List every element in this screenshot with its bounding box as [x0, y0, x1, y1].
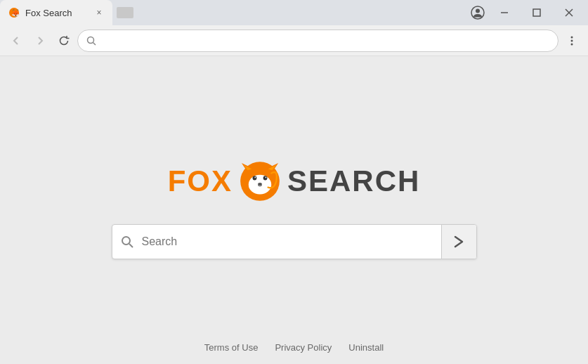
- address-input[interactable]: [102, 35, 549, 46]
- back-icon: [11, 36, 21, 46]
- svg-point-22: [254, 177, 256, 178]
- browser-frame: 🦊 Fox Search ×: [0, 0, 588, 364]
- nav-bar: [0, 25, 588, 56]
- address-bar[interactable]: [77, 30, 558, 52]
- svg-point-12: [571, 39, 573, 41]
- footer-links: Terms of Use Privacy Policy Uninstall: [204, 342, 384, 353]
- title-bar-left: 🦊 Fox Search ×: [0, 0, 467, 25]
- search-submit-button[interactable]: [441, 224, 476, 259]
- window-controls: [467, 0, 588, 25]
- menu-icon: [566, 34, 578, 47]
- svg-line-26: [129, 244, 133, 247]
- svg-rect-2: [117, 7, 133, 18]
- page-content: FOX: [0, 56, 588, 364]
- profile-button[interactable]: [467, 2, 488, 23]
- fox-logo-icon: [240, 161, 280, 202]
- new-tab-button[interactable]: [115, 3, 135, 22]
- menu-button[interactable]: [561, 30, 582, 51]
- reload-icon: [58, 35, 70, 46]
- tab-close-button[interactable]: ×: [93, 6, 105, 19]
- reload-button[interactable]: [53, 30, 74, 51]
- minimize-button[interactable]: [488, 0, 521, 25]
- profile-icon: [471, 6, 485, 20]
- privacy-link[interactable]: Privacy Policy: [275, 342, 332, 353]
- close-icon: [565, 8, 573, 17]
- svg-point-9: [88, 37, 94, 43]
- svg-point-4: [476, 9, 480, 13]
- search-icon: [121, 235, 133, 248]
- svg-text:🦊: 🦊: [11, 8, 20, 18]
- maximize-button[interactable]: [521, 0, 553, 25]
- svg-rect-6: [533, 9, 540, 16]
- svg-point-24: [258, 183, 262, 186]
- tab-title: Fox Search: [25, 8, 87, 18]
- logo-search-text: SEARCH: [287, 164, 420, 198]
- svg-point-13: [571, 43, 573, 45]
- forward-button[interactable]: [30, 30, 51, 51]
- maximize-icon: [533, 8, 541, 17]
- search-submit-icon: [452, 235, 466, 249]
- svg-line-10: [93, 42, 96, 45]
- search-box: [112, 224, 477, 259]
- minimize-icon: [500, 8, 509, 17]
- browser-tab[interactable]: 🦊 Fox Search ×: [0, 0, 112, 25]
- forward-icon: [35, 36, 45, 46]
- address-search-icon: [86, 36, 96, 46]
- terms-link[interactable]: Terms of Use: [204, 342, 259, 353]
- search-input[interactable]: [142, 235, 441, 248]
- svg-point-25: [122, 237, 130, 245]
- tab-favicon-icon: 🦊: [8, 7, 20, 18]
- svg-point-11: [571, 36, 573, 38]
- uninstall-link[interactable]: Uninstall: [348, 342, 384, 353]
- svg-point-23: [266, 177, 267, 178]
- close-button[interactable]: [553, 0, 585, 25]
- logo-area: FOX: [168, 161, 421, 202]
- logo-fox-text: FOX: [168, 164, 233, 198]
- new-tab-icon: [115, 6, 135, 20]
- svg-point-21: [263, 176, 268, 180]
- title-bar: 🦊 Fox Search ×: [0, 0, 588, 25]
- svg-point-20: [253, 176, 257, 180]
- back-button[interactable]: [6, 30, 27, 51]
- search-icon-wrap: [112, 235, 142, 248]
